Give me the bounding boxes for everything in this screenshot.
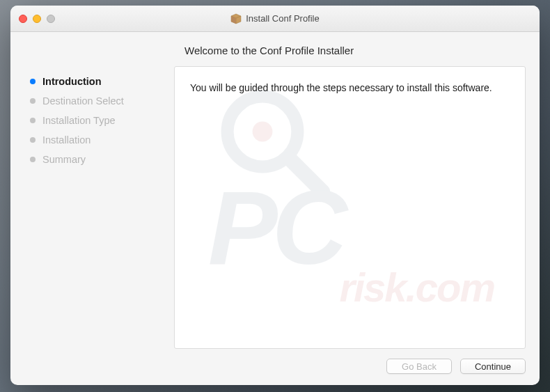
steps-sidebar: Introduction Destination Select Installa… xyxy=(24,66,174,349)
installer-window: Install Conf Profile Welcome to the Conf… xyxy=(10,6,540,385)
body-text: You will be guided through the steps nec… xyxy=(190,81,510,95)
bullet-icon xyxy=(30,98,36,104)
step-introduction: Introduction xyxy=(30,72,174,91)
step-label: Installation xyxy=(42,134,91,146)
titlebar: Install Conf Profile xyxy=(10,6,540,32)
bullet-icon xyxy=(30,118,36,123)
bullet-icon xyxy=(30,137,36,143)
step-summary: Summary xyxy=(30,150,174,169)
window-body: Welcome to the Conf Profile Installer In… xyxy=(10,32,540,385)
window-controls xyxy=(10,15,55,23)
step-installation: Installation xyxy=(30,130,174,150)
button-row: Go Back Continue xyxy=(24,349,526,374)
step-label: Introduction xyxy=(42,76,102,87)
step-label: Summary xyxy=(42,154,86,165)
maximize-button xyxy=(47,15,55,23)
step-label: Installation Type xyxy=(42,115,116,126)
step-destination-select: Destination Select xyxy=(30,91,174,111)
step-label: Destination Select xyxy=(42,95,124,107)
minimize-button[interactable] xyxy=(33,15,41,23)
titlebar-title-area: Install Conf Profile xyxy=(10,13,540,24)
main-content-panel: You will be guided through the steps nec… xyxy=(174,66,526,349)
close-button[interactable] xyxy=(19,15,27,23)
go-back-button: Go Back xyxy=(386,359,452,374)
content-row: Introduction Destination Select Installa… xyxy=(24,66,526,349)
step-installation-type: Installation Type xyxy=(30,111,174,130)
window-title: Install Conf Profile xyxy=(246,13,320,24)
package-icon xyxy=(230,13,242,24)
continue-button[interactable]: Continue xyxy=(460,359,526,374)
bullet-icon xyxy=(30,79,36,84)
bullet-icon xyxy=(30,157,36,162)
page-heading: Welcome to the Conf Profile Installer xyxy=(184,45,526,56)
